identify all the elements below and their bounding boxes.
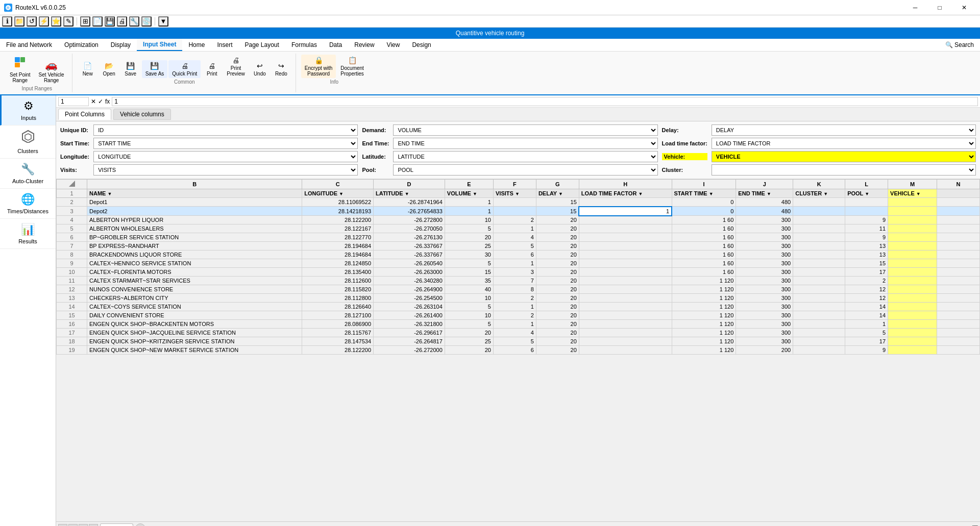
cell-latitude[interactable]: -26.28741964 [374,198,445,207]
row-num[interactable]: 11 [57,277,87,285]
tab-file-network[interactable]: File and Network [0,39,58,51]
cell-longitude[interactable]: 28.115820 [302,285,374,294]
pool-select[interactable]: POOL [393,164,657,176]
row-num[interactable]: 2 [57,198,87,207]
cell-end[interactable]: 300 [736,285,793,294]
cell-cluster[interactable] [793,268,845,277]
cell-visits[interactable]: 1 [493,259,536,268]
cell-vehicle[interactable] [888,311,937,320]
cell-reference-input[interactable] [58,97,89,106]
cell-name[interactable]: ENGEN QUICK SHOP~BRACKENTEN MOTORS [87,320,302,329]
star-btn[interactable]: ⭐ [51,16,61,27]
cell-start[interactable]: 1 120 [672,329,736,337]
col-end-header[interactable]: END TIME ▼ [736,189,793,198]
cell-start[interactable]: 1 60 [672,268,736,277]
cell-ltf[interactable] [579,198,672,207]
vehicle-select[interactable]: VEHICLE [712,151,976,162]
cell-end[interactable]: 480 [736,207,793,216]
cell-delay[interactable]: 20 [536,224,579,233]
cell-volume[interactable]: 20 [445,233,493,242]
cell-n[interactable] [937,259,980,268]
cell-end[interactable]: 300 [736,320,793,329]
cell-ltf[interactable] [579,311,672,320]
table-row[interactable]: 13CHECKERS~ALBERTON CITY28.112800-26.254… [57,294,980,303]
sidebar-item-results[interactable]: 📊 Results [0,219,56,249]
cell-volume[interactable]: 25 [445,242,493,251]
cell-delay[interactable]: 20 [536,268,579,277]
row-num[interactable]: 10 [57,268,87,277]
cell-longitude[interactable]: 28.112600 [302,277,374,285]
cell-vehicle[interactable] [888,198,937,207]
col-header-J[interactable]: J [736,180,793,189]
cell-n[interactable] [937,320,980,329]
tab-page-layout[interactable]: Page Layout [238,39,285,51]
cell-pool[interactable]: 12 [845,285,888,294]
sheet-next-btn[interactable]: ▶ [79,524,88,527]
table-row[interactable]: 7BP EXPRESS~RANDHART28.194684-26.3376672… [57,242,980,251]
cell-end[interactable]: 300 [736,337,793,346]
cell-cluster[interactable] [793,320,845,329]
cell-volume[interactable]: 25 [445,337,493,346]
col-header-H[interactable]: H [579,180,672,189]
window-controls[interactable]: ─ □ ✕ [903,0,976,15]
edit-btn[interactable]: ✎ [63,16,74,27]
cell-pool[interactable] [845,207,888,216]
col-header-M[interactable]: M [888,180,937,189]
cell-vehicle[interactable] [888,320,937,329]
cell-end[interactable]: 300 [736,216,793,224]
row-num[interactable]: 14 [57,303,87,311]
cell-delay[interactable]: 20 [536,329,579,337]
cell-end[interactable]: 300 [736,233,793,242]
cell-cluster[interactable] [793,242,845,251]
cell-cluster[interactable] [793,346,845,355]
table-row[interactable]: 2Depot128.11069522-26.287419641150480 [57,198,980,207]
row-num[interactable]: 16 [57,320,87,329]
tab-search[interactable]: 🔍 Search [939,39,980,51]
cell-longitude[interactable]: 28.14218193 [302,207,374,216]
cell-n[interactable] [937,329,980,337]
tab-review[interactable]: Review [348,39,380,51]
cell-latitude[interactable]: -26.272000 [374,346,445,355]
print-button[interactable]: 🖨 Print [202,60,222,78]
cell-end[interactable]: 300 [736,224,793,233]
cell-volume[interactable]: 20 [445,346,493,355]
cell-ltf[interactable] [579,259,672,268]
doc-properties-button[interactable]: 📋 DocumentProperties [337,55,368,78]
cell-visits[interactable]: 8 [493,285,536,294]
cell-longitude[interactable]: 28.194684 [302,242,374,251]
cell-end[interactable]: 200 [736,346,793,355]
table-row[interactable]: 18ENGEN QUICK SHOP~KRITZINGER SERVICE ST… [57,337,980,346]
cell-ltf[interactable]: 1 [579,207,672,216]
cell-vehicle[interactable] [888,233,937,242]
cell-pool[interactable]: 14 [845,303,888,311]
sidebar-item-times-distances[interactable]: 🌐 Times/Distances [0,189,56,219]
delay-select[interactable]: DELAY [712,124,976,136]
cell-end[interactable]: 300 [736,329,793,337]
cell-ltf[interactable] [579,346,672,355]
cell-name[interactable]: CALTEX~COYS SERVICE STATION [87,303,302,311]
cell-ltf[interactable] [579,303,672,311]
cell-delay[interactable]: 20 [536,285,579,294]
cell-cluster[interactable] [793,224,845,233]
print-quick-btn[interactable]: 🖨 [117,16,127,27]
cell-pool[interactable]: 9 [845,346,888,355]
cell-name[interactable]: CHECKERS~ALBERTON CITY [87,294,302,303]
cell-cluster[interactable] [793,329,845,337]
set-point-range-button[interactable]: Set PointRange [6,55,34,85]
cell-volume[interactable]: 35 [445,277,493,285]
cell-longitude[interactable]: 28.135400 [302,268,374,277]
cell-delay[interactable]: 20 [536,277,579,285]
cell-longitude[interactable]: 28.122200 [302,346,374,355]
cell-n[interactable] [937,198,980,207]
col-volume-header[interactable]: VOLUME ▼ [445,189,493,198]
cell-start[interactable]: 1 120 [672,311,736,320]
load-time-factor-select[interactable]: LOAD TIME FACTOR [712,138,976,149]
cell-pool[interactable]: 9 [845,216,888,224]
cell-latitude[interactable]: -26.264817 [374,337,445,346]
cell-ltf[interactable] [579,251,672,259]
cell-start[interactable]: 1 120 [672,277,736,285]
sidebar-item-auto-cluster[interactable]: 🔧 Auto-Cluster [0,159,56,189]
table-row[interactable]: 4ALBERTON HYPER LIQUOR28.122200-26.27280… [57,216,980,224]
sidebar-more-btn[interactable]: ••• [0,523,56,526]
cell-latitude[interactable]: -26.337667 [374,242,445,251]
